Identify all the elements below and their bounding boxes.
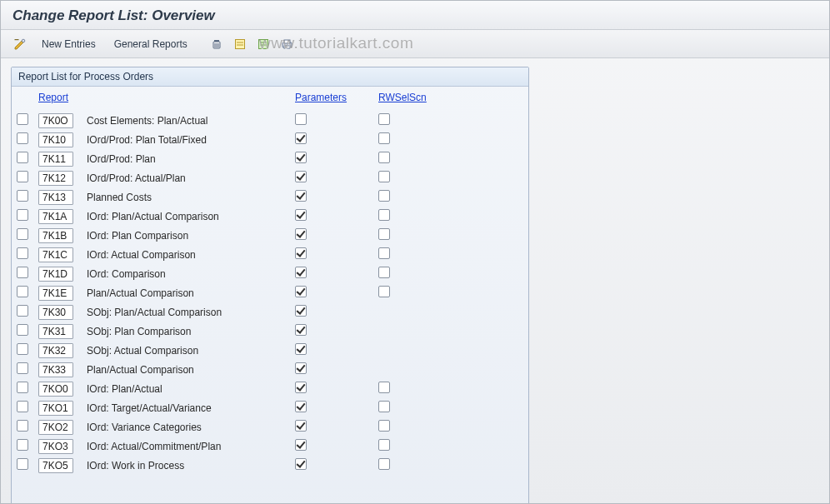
report-code-field[interactable]: 7K1C (38, 247, 73, 262)
report-description: Planned Costs (82, 192, 295, 203)
parameters-checkbox[interactable] (295, 362, 307, 374)
report-code-field[interactable]: 7KO2 (38, 420, 73, 435)
row-select-checkbox[interactable] (17, 113, 28, 125)
rwselscn-checkbox[interactable] (378, 382, 390, 393)
row-select-checkbox[interactable] (17, 132, 28, 144)
print-icon[interactable] (277, 35, 298, 53)
report-code-field[interactable]: 7K1A (38, 209, 73, 224)
parameters-checkbox[interactable] (295, 267, 307, 278)
rwselscn-checkbox[interactable] (378, 267, 390, 278)
rwselscn-checkbox[interactable] (378, 132, 390, 144)
parameters-checkbox[interactable] (295, 401, 307, 412)
row-select-checkbox[interactable] (17, 305, 28, 317)
col-header-rwselscn[interactable]: RWSelScn (378, 92, 462, 103)
row-select-checkbox[interactable] (17, 171, 28, 182)
toggle-edit-icon[interactable] (9, 35, 31, 53)
report-description: Plan/Actual Comparison (82, 364, 295, 376)
report-code-field[interactable]: 7K32 (38, 343, 73, 358)
parameters-checkbox[interactable] (295, 439, 307, 451)
row-select-checkbox[interactable] (17, 362, 28, 374)
parameters-checkbox[interactable] (295, 420, 307, 432)
report-code-field[interactable]: 7K1B (38, 228, 73, 243)
report-code-field[interactable]: 7K31 (38, 324, 73, 339)
report-code-field[interactable]: 7K10 (38, 132, 73, 147)
select-all-icon[interactable] (230, 35, 250, 53)
rwselscn-checkbox[interactable] (378, 420, 390, 432)
parameters-checkbox[interactable] (295, 190, 307, 202)
row-select-checkbox[interactable] (17, 286, 28, 297)
report-code-field[interactable]: 7KO5 (38, 458, 73, 473)
row-select-checkbox[interactable] (17, 382, 28, 393)
row-select-checkbox[interactable] (17, 228, 28, 240)
col-header-parameters[interactable]: Parameters (295, 92, 378, 103)
rwselscn-checkbox[interactable] (378, 152, 390, 163)
svg-rect-10 (258, 39, 268, 48)
parameters-checkbox[interactable] (295, 247, 307, 259)
deselect-all-icon[interactable] (253, 35, 273, 53)
report-code-field[interactable]: 7K33 (38, 362, 73, 377)
rwselscn-checkbox[interactable] (378, 439, 390, 451)
table-row: 7K32SObj: Actual Comparison (17, 341, 527, 360)
parameters-checkbox[interactable] (295, 324, 307, 336)
report-description: IOrd: Actual/Commitment/Plan (82, 441, 295, 452)
parameters-checkbox[interactable] (295, 132, 307, 144)
delete-icon[interactable] (207, 35, 227, 53)
rwselscn-checkbox[interactable] (378, 171, 390, 182)
row-select-checkbox[interactable] (17, 458, 28, 470)
report-code-field[interactable]: 7K12 (38, 171, 73, 186)
rwselscn-checkbox[interactable] (378, 401, 390, 412)
row-select-checkbox[interactable] (17, 439, 28, 451)
report-code-field[interactable]: 7K11 (38, 152, 73, 167)
new-entries-button[interactable]: New Entries (34, 35, 103, 53)
row-select-checkbox[interactable] (17, 267, 28, 278)
row-select-checkbox[interactable] (17, 401, 28, 412)
panel-title: Report List for Process Orders (12, 67, 528, 87)
table-row: 7KO3IOrd: Actual/Commitment/Plan (17, 437, 527, 456)
general-reports-button[interactable]: General Reports (107, 35, 195, 53)
col-header-report[interactable]: Report (38, 92, 82, 103)
table-row: 7KO5IOrd: Work in Process (17, 456, 527, 475)
row-select-checkbox[interactable] (17, 420, 28, 432)
rwselscn-checkbox[interactable] (378, 458, 390, 470)
report-code-field[interactable]: 7K30 (38, 305, 73, 320)
row-select-checkbox[interactable] (17, 324, 28, 336)
rwselscn-checkbox[interactable] (378, 247, 390, 259)
table-row: 7KO1IOrd: Target/Actual/Variance (17, 398, 527, 417)
report-code-field[interactable]: 7K13 (38, 190, 73, 205)
report-code-field[interactable]: 7K1D (38, 267, 73, 282)
rwselscn-checkbox[interactable] (378, 286, 390, 297)
parameters-checkbox[interactable] (295, 382, 307, 393)
rwselscn-checkbox[interactable] (378, 190, 390, 202)
parameters-checkbox[interactable] (295, 286, 307, 297)
report-description: SObj: Plan/Actual Comparison (82, 307, 295, 318)
report-code-field[interactable]: 7K1E (38, 286, 73, 301)
report-code-field[interactable]: 7KO1 (38, 401, 73, 416)
parameters-checkbox[interactable] (295, 228, 307, 240)
report-table: Report Parameters RWSelScn 7K0OCost Elem… (12, 87, 528, 504)
parameters-checkbox[interactable] (295, 458, 307, 470)
report-code-field[interactable]: 7K0O (38, 113, 73, 128)
report-description: IOrd: Actual Comparison (82, 249, 295, 261)
report-description: IOrd/Prod: Plan (82, 153, 295, 165)
parameters-checkbox[interactable] (295, 209, 307, 221)
report-description: IOrd/Prod: Actual/Plan (82, 172, 295, 184)
rwselscn-checkbox[interactable] (378, 113, 390, 125)
row-select-checkbox[interactable] (17, 209, 28, 221)
page-title: Change Report List: Overview (1, 1, 829, 30)
row-select-checkbox[interactable] (17, 247, 28, 259)
parameters-checkbox[interactable] (295, 171, 307, 182)
report-code-field[interactable]: 7KO0 (38, 382, 73, 397)
rwselscn-checkbox[interactable] (378, 228, 390, 240)
parameters-checkbox[interactable] (295, 305, 307, 317)
report-description: IOrd: Plan Comparison (82, 230, 295, 242)
parameters-checkbox[interactable] (295, 113, 307, 125)
table-row: 7K30SObj: Plan/Actual Comparison (17, 302, 527, 322)
parameters-checkbox[interactable] (295, 152, 307, 163)
report-description: Cost Elements: Plan/Actual (82, 115, 295, 127)
row-select-checkbox[interactable] (17, 190, 28, 202)
report-code-field[interactable]: 7KO3 (38, 439, 73, 454)
row-select-checkbox[interactable] (17, 152, 28, 163)
row-select-checkbox[interactable] (17, 343, 28, 355)
parameters-checkbox[interactable] (295, 343, 307, 355)
rwselscn-checkbox[interactable] (378, 209, 390, 221)
